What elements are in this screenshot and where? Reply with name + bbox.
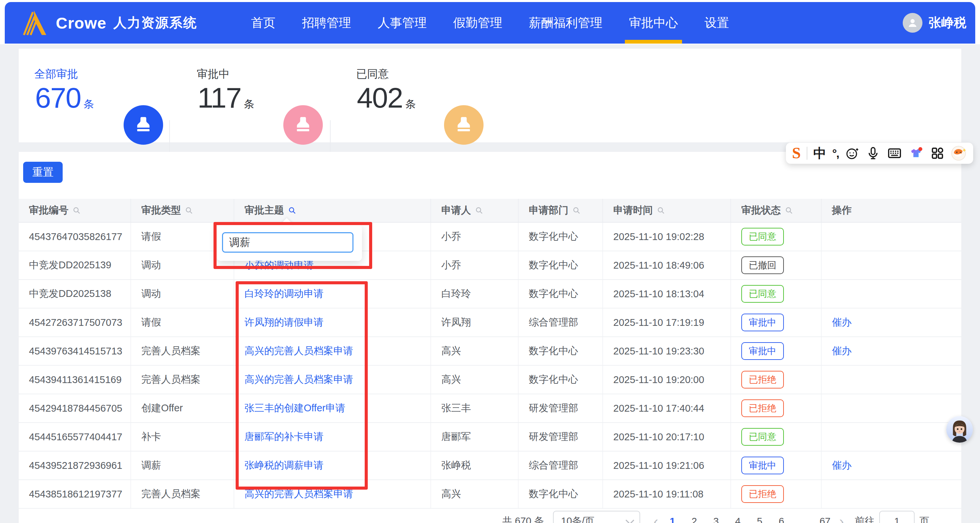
- ime-divider: [807, 147, 807, 160]
- username: 张峥税: [929, 14, 966, 31]
- cell-department: 数字化中心: [519, 223, 603, 251]
- cell-applicant: 唐郦军: [431, 423, 519, 451]
- page-unit-label: 页: [920, 515, 929, 523]
- search-icon-active[interactable]: [287, 206, 297, 215]
- next-page-button[interactable]: ›: [839, 515, 844, 523]
- prev-page-button[interactable]: ‹: [654, 515, 658, 523]
- cell-applicant: 张峥税: [431, 451, 519, 479]
- table-header-row: 审批编号 审批类型 审批主题 申请人 申请部门: [19, 199, 961, 223]
- status-badge: 已拒绝: [741, 371, 784, 388]
- page-1[interactable]: 1: [664, 516, 681, 523]
- header-approval-type: 审批类型: [131, 199, 234, 222]
- stat-label: 全部审批: [34, 67, 78, 82]
- apps-grid-icon[interactable]: [930, 146, 945, 161]
- cell-approval-type: 补卡: [131, 423, 234, 451]
- page-6[interactable]: 6: [773, 516, 790, 523]
- urge-link[interactable]: 催办: [832, 316, 852, 329]
- page-3[interactable]: 3: [708, 516, 725, 523]
- cell-approval-id: 中竞发DD2025139: [19, 251, 131, 279]
- cell-applicant: 高兴: [431, 337, 519, 365]
- goto-page-input[interactable]: [879, 511, 915, 523]
- stat-unit: 条: [244, 98, 254, 110]
- cell-approval-id: 45439521872936961: [19, 451, 131, 479]
- stamp-icon: [283, 105, 323, 145]
- stat-unit: 条: [405, 98, 415, 110]
- punctuation-icon[interactable]: °,: [832, 148, 839, 159]
- cell-department: 研发管理部: [519, 423, 603, 451]
- cell-apply-time: 2025-11-10 19:21:06: [603, 451, 731, 479]
- status-badge: 审批中: [741, 313, 784, 331]
- status-badge: 已同意: [741, 428, 784, 446]
- table-row: 45445165577404417 补卡 唐郦军的补卡申请 唐郦军 研发管理部 …: [19, 423, 961, 451]
- page-ellipsis[interactable]: ...: [795, 516, 812, 523]
- search-icon[interactable]: [656, 206, 666, 215]
- status-badge: 已撤回: [741, 256, 784, 274]
- cell-applicant: 许凤翔: [431, 308, 519, 336]
- page-4[interactable]: 4: [729, 516, 746, 523]
- urge-link[interactable]: 催办: [832, 344, 852, 358]
- sogou-logo-icon[interactable]: S: [792, 145, 801, 161]
- stat-value: 402条: [357, 81, 415, 114]
- stamp-icon: [124, 105, 163, 145]
- mascot-icon[interactable]: [951, 145, 967, 161]
- header-department: 申请部门: [519, 199, 603, 222]
- cell-approval-id: 45427263717507073: [19, 308, 131, 336]
- cell-department: 数字化中心: [519, 251, 603, 279]
- brand: Crowe 人力资源系统: [21, 2, 197, 44]
- nav-item-attendance[interactable]: 假勤管理: [453, 2, 502, 44]
- assistant-avatar[interactable]: [946, 416, 973, 443]
- cell-approval-id: 45439411361415169: [19, 366, 131, 394]
- table-row: 45439411361415169 完善人员档案 高兴的完善人员档案申请 高兴 …: [19, 366, 961, 394]
- cell-approval-id: 45437647035826177: [19, 223, 131, 251]
- cell-approval-id: 45438518612197377: [19, 480, 131, 508]
- page-2[interactable]: 2: [686, 516, 703, 523]
- cell-approval-id: 45439763414515713: [19, 337, 131, 365]
- total-count: 共 670 条: [502, 515, 544, 523]
- header-apply-time: 申请时间: [603, 199, 731, 222]
- search-icon[interactable]: [184, 206, 194, 215]
- search-icon[interactable]: [572, 206, 581, 215]
- keyboard-icon[interactable]: [887, 145, 902, 161]
- pagination: 共 670 条 10条/页 ‹ 1 2 3 4 5 6 ... 67 › 前往 …: [502, 510, 929, 523]
- ime-toolbar: S 中 °,: [786, 143, 973, 164]
- nav-user[interactable]: 张峥税: [903, 2, 966, 44]
- page-5[interactable]: 5: [751, 516, 768, 523]
- cell-applicant: 白玲玲: [431, 280, 519, 308]
- cell-apply-time: 2025-11-10 20:17:10: [603, 423, 731, 451]
- brand-name: Crowe: [56, 14, 107, 32]
- approval-table-card: 重置 审批编号 审批类型 审批主题 申请人: [19, 152, 961, 523]
- cell-approval-type: 完善人员档案: [131, 480, 234, 508]
- search-icon[interactable]: [784, 206, 794, 215]
- nav-item-settings[interactable]: 设置: [705, 2, 729, 44]
- urge-link[interactable]: 催办: [832, 459, 852, 472]
- nav-item-personnel[interactable]: 人事管理: [378, 2, 427, 44]
- table-row: 45438518612197377 完善人员档案 高兴的完善人员档案申请 高兴 …: [19, 480, 961, 509]
- brand-system-title: 人力资源系统: [113, 14, 197, 32]
- table-row: 45439521872936961 调薪 张峥税的调薪申请 张峥税 综合管理部 …: [19, 451, 961, 480]
- table-row: 45437647035826177 请假 小乔 数字化中心 2025-11-10…: [19, 223, 961, 251]
- table-row: 45427263717507073 请假 许凤翔的请假申请 许凤翔 综合管理部 …: [19, 308, 961, 337]
- skin-icon[interactable]: [908, 145, 924, 161]
- search-icon[interactable]: [474, 206, 484, 215]
- cell-apply-time: 2025-11-10 19:02:28: [603, 223, 731, 251]
- nav-item-payroll[interactable]: 薪酬福利管理: [529, 2, 602, 44]
- status-badge: 已拒绝: [741, 485, 784, 503]
- chinese-mode-icon[interactable]: 中: [813, 147, 826, 160]
- stat-pending: 审批中 117条: [197, 49, 350, 142]
- cell-approval-type: 创建Offer: [131, 394, 234, 422]
- goto-label: 前往: [855, 515, 875, 523]
- header-approval-subject: 审批主题: [234, 199, 431, 222]
- emoji-icon[interactable]: [845, 146, 860, 161]
- nav-item-home[interactable]: 首页: [251, 2, 275, 44]
- reset-button[interactable]: 重置: [23, 162, 63, 183]
- nav-item-recruit[interactable]: 招聘管理: [302, 2, 351, 44]
- cell-department: 数字化中心: [519, 280, 603, 308]
- search-icon[interactable]: [72, 206, 81, 215]
- stat-label: 已同意: [356, 67, 389, 82]
- nav-item-approval-center[interactable]: 审批中心: [629, 2, 678, 44]
- page-size-select[interactable]: 10条/页: [553, 511, 640, 523]
- microphone-icon[interactable]: [865, 146, 881, 161]
- page-67[interactable]: 67: [816, 516, 834, 523]
- stat-unit: 条: [83, 98, 93, 110]
- stat-approved: 已同意 402条: [356, 49, 509, 142]
